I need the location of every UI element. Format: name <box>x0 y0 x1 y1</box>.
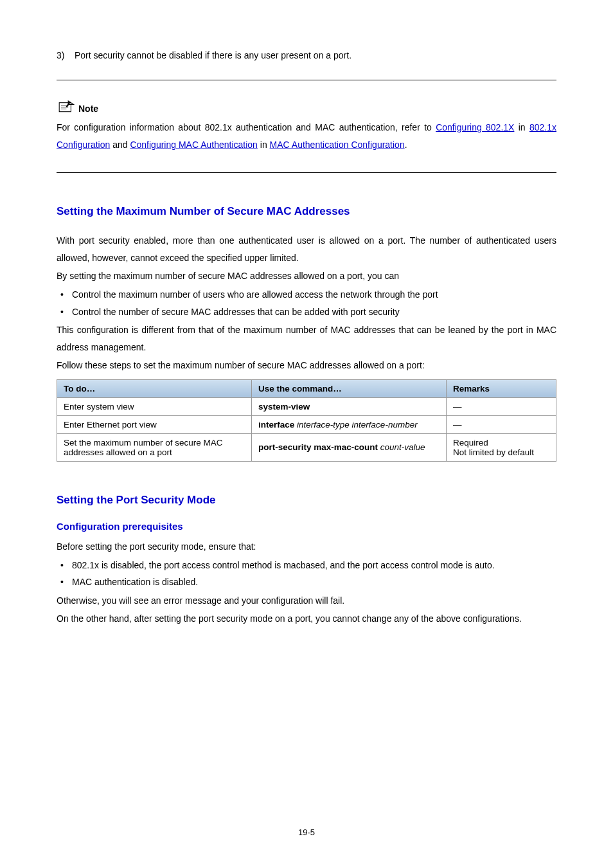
subsection-heading: Configuration prerequisites <box>57 521 556 532</box>
note-text: For configuration information about 802.… <box>57 122 436 132</box>
cell-remarks: — <box>447 397 556 415</box>
note-link[interactable]: Configuring MAC Authentication <box>130 140 257 150</box>
divider <box>57 172 556 173</box>
cell-todo: Enter system view <box>57 397 252 415</box>
command-text: port-security max-mac-count <box>258 442 378 452</box>
step-text: Port security cannot be disabled if ther… <box>75 50 351 60</box>
col-todo: To do… <box>57 379 252 397</box>
command-text: interface <box>258 420 294 429</box>
table-row: Enter system view system-view — <box>57 397 556 415</box>
cell-command: system-view <box>252 397 447 415</box>
note-text: . <box>405 140 407 150</box>
cell-command: port-security max-mac-count count-value <box>252 433 447 461</box>
cell-todo: Set the maximum number of secure MAC add… <box>57 433 252 461</box>
page-number: 19-5 <box>0 827 613 837</box>
note-link[interactable]: Configuring 802.1X <box>436 122 514 132</box>
remarks-line: Required <box>453 438 549 448</box>
table-row: Enter Ethernet port view interface inter… <box>57 415 556 433</box>
command-arg: interface-type interface-number <box>297 420 418 429</box>
config-table: To do… Use the command… Remarks Enter sy… <box>57 379 556 462</box>
paragraph: Before setting the port security mode, e… <box>57 538 556 556</box>
note-label: Note <box>78 104 98 114</box>
paragraph: This configuration is different from tha… <box>57 321 556 356</box>
note-text: and <box>110 140 130 150</box>
note-text: in <box>258 140 270 150</box>
paragraph: Follow these steps to set the maximum nu… <box>57 357 556 374</box>
paragraph: By setting the maximum number of secure … <box>57 267 556 285</box>
remarks-line: Not limited by default <box>453 448 549 457</box>
note-text: in <box>514 122 529 132</box>
cell-todo: Enter Ethernet port view <box>57 415 252 433</box>
table-row: Set the maximum number of secure MAC add… <box>57 433 556 461</box>
col-command: Use the command… <box>252 379 447 397</box>
cell-remarks: — <box>447 415 556 433</box>
list-item: Control the maximum number of users who … <box>72 286 556 303</box>
note-header: Note <box>57 100 556 114</box>
col-remarks: Remarks <box>447 379 556 397</box>
numbered-step: 3) Port security cannot be disabled if t… <box>57 50 556 60</box>
command-arg: count-value <box>380 442 425 452</box>
cell-remarks: Required Not limited by default <box>447 433 556 461</box>
note-body: For configuration information about 802.… <box>57 119 556 153</box>
divider <box>57 80 556 80</box>
bullet-list: 802.1x is disabled, the port access cont… <box>57 557 556 591</box>
cell-command: interface interface-type interface-numbe… <box>252 415 447 433</box>
paragraph: Otherwise, you will see an error message… <box>57 592 556 610</box>
table-header-row: To do… Use the command… Remarks <box>57 379 556 397</box>
bullet-list: Control the maximum number of users who … <box>57 286 556 320</box>
note-link[interactable]: MAC Authentication Configuration <box>270 140 405 150</box>
paragraph: With port security enabled, more than on… <box>57 232 556 266</box>
section-heading: Setting the Port Security Mode <box>57 494 556 507</box>
note-icon <box>57 100 75 114</box>
list-item: 802.1x is disabled, the port access cont… <box>72 557 556 574</box>
section-heading: Setting the Maximum Number of Secure MAC… <box>57 205 556 218</box>
step-number: 3) <box>57 50 72 60</box>
note-block: Note For configuration information about… <box>57 100 556 153</box>
list-item: MAC authentication is disabled. <box>72 574 556 591</box>
paragraph: On the other hand, after setting the por… <box>57 610 556 628</box>
list-item: Control the number of secure MAC address… <box>72 303 556 321</box>
command-text: system-view <box>258 402 310 411</box>
